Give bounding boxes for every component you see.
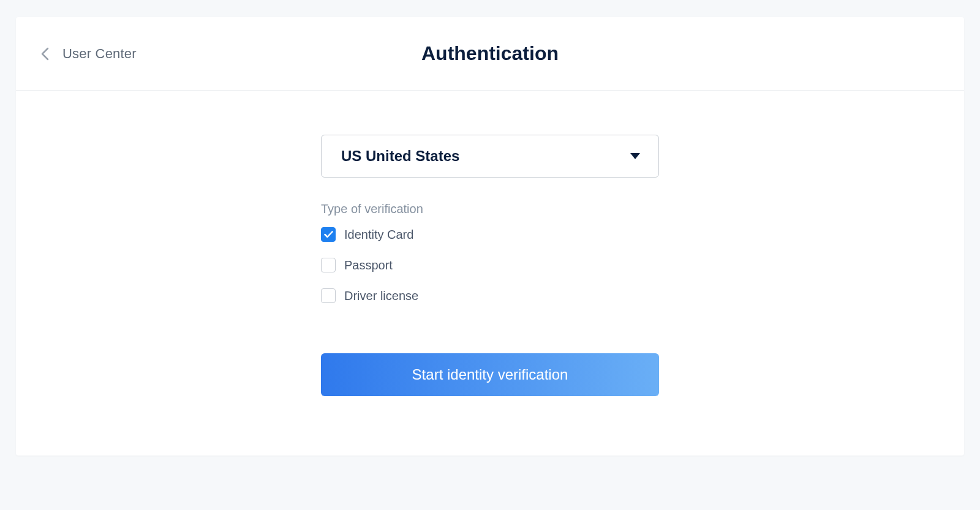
checkbox-identity-card[interactable]	[321, 227, 336, 242]
form-content: US United States Type of verification Id…	[16, 91, 964, 456]
page-title: Authentication	[421, 42, 559, 65]
checkbox-driver-license[interactable]	[321, 288, 336, 303]
page-header: User Center Authentication	[16, 17, 964, 91]
option-passport[interactable]: Passport	[321, 258, 659, 272]
caret-down-icon	[630, 153, 640, 159]
back-label: User Center	[62, 46, 137, 62]
authentication-card: User Center Authentication US United Sta…	[16, 17, 964, 456]
start-verification-button[interactable]: Start identity verification	[321, 353, 659, 396]
option-driver-license[interactable]: Driver license	[321, 288, 659, 303]
country-select-value: US United States	[341, 148, 459, 165]
option-identity-card[interactable]: Identity Card	[321, 227, 659, 242]
back-button[interactable]: User Center	[40, 46, 137, 62]
option-label: Driver license	[344, 289, 418, 303]
country-select[interactable]: US United States	[321, 135, 659, 178]
verification-type-label: Type of verification	[321, 202, 659, 216]
authentication-form: US United States Type of verification Id…	[321, 135, 659, 396]
option-label: Identity Card	[344, 228, 413, 242]
checkbox-passport[interactable]	[321, 258, 336, 272]
option-label: Passport	[344, 258, 393, 272]
chevron-left-icon	[40, 47, 49, 61]
check-icon	[324, 231, 333, 238]
